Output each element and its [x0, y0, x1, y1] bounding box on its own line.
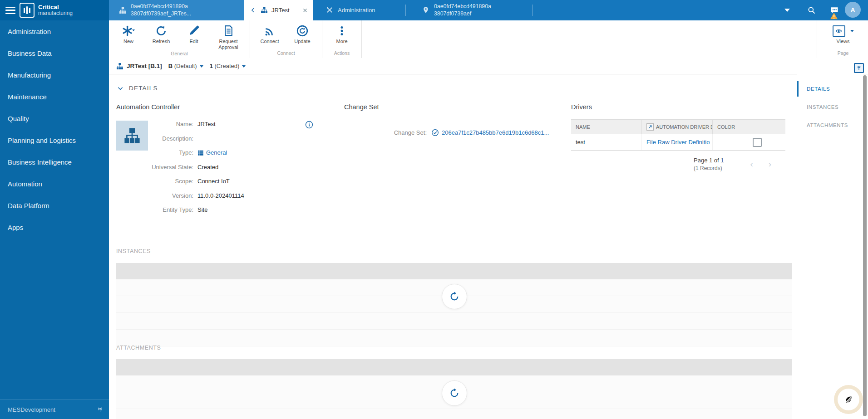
- update-icon: [296, 24, 309, 37]
- nav-item-label: INSTANCES: [807, 104, 838, 110]
- toolbar-group-actions: More Actions: [322, 20, 362, 58]
- nav-item-details[interactable]: DETAILS: [797, 80, 863, 98]
- back-chevron-icon[interactable]: [250, 7, 256, 13]
- column-header-color[interactable]: COLOR: [713, 120, 785, 134]
- wrench-icon: [326, 6, 334, 14]
- field-label: Name:: [148, 121, 193, 127]
- change-set-link[interactable]: 206ea7f1c27b485bb7e6d19b1c6d68c1...: [431, 129, 549, 136]
- sidebar-item-label: Manufacturing: [8, 71, 51, 79]
- cell-name: test: [571, 134, 642, 150]
- pencil-icon: [188, 24, 200, 37]
- attachments-skeleton-header: [116, 359, 792, 375]
- sidebar-item-apps[interactable]: Apps: [0, 216, 109, 238]
- group-label-connect: Connect: [250, 50, 322, 58]
- color-checkbox[interactable]: [753, 138, 762, 147]
- refresh-button[interactable]: Refresh: [146, 24, 176, 45]
- field-label: Universal State:: [148, 164, 193, 171]
- field-scope: Scope: Connect IoT: [148, 174, 311, 189]
- avatar[interactable]: A: [845, 2, 861, 18]
- sidebar-footer[interactable]: MESDevelopment: [0, 400, 109, 419]
- breadcrumb-version-selector[interactable]: 1 (Created): [210, 63, 246, 69]
- column-header-automation-driver[interactable]: AUTOMATION DRIVER DE: [642, 120, 713, 134]
- button-label: Update: [294, 39, 310, 44]
- panel-title: Drivers: [571, 103, 792, 115]
- field-description: Description:: [148, 132, 311, 146]
- automation-controller-fields: Name: JRTest Description: Type: General …: [148, 117, 311, 217]
- breadcrumb-revision-selector[interactable]: B (Default): [168, 63, 203, 69]
- sidebar-item-label: Business Data: [8, 49, 52, 57]
- sitemap-icon: [116, 63, 123, 70]
- previous-page-icon[interactable]: ‹: [750, 159, 753, 169]
- breadcrumb: JRTest [B.1] B (Default) 1 (Created): [109, 58, 868, 74]
- tab-administration[interactable]: Administration: [313, 0, 405, 20]
- sidebar: Administration Business Data Manufacturi…: [0, 20, 109, 419]
- version-number: 1: [210, 63, 213, 69]
- more-button[interactable]: More: [327, 24, 357, 45]
- spinner-icon: [449, 388, 459, 398]
- nav-item-attachments[interactable]: ATTACHMENTS: [797, 116, 863, 134]
- tab-context-guid[interactable]: 0ae0fd74ebcd491890a3807df0739aef: [406, 0, 532, 20]
- tab-entity-guid[interactable]: 0ae0fd74ebcd491890a3807df0739aef_JRTes..…: [109, 0, 244, 20]
- sidebar-item-business-intelligence[interactable]: Business Intelligence: [0, 151, 109, 173]
- link-arrow-icon: [646, 123, 654, 131]
- button-label: Request Approval: [213, 39, 243, 50]
- tab-label: Administration: [338, 7, 375, 14]
- update-button[interactable]: Update: [287, 24, 317, 45]
- sidebar-item-data-platform[interactable]: Data Platform: [0, 195, 109, 216]
- views-button[interactable]: Views: [828, 24, 858, 45]
- details-section-header[interactable]: DETAILS: [117, 85, 158, 92]
- cell-driver: File Raw Driver Definitio: [642, 134, 713, 150]
- brand-text: Critical manufacturing: [38, 4, 73, 16]
- sidebar-item-label: Quality: [8, 115, 29, 122]
- sidebar-item-planning-and-logistics[interactable]: Planning and Logistics: [0, 129, 109, 151]
- next-page-icon[interactable]: ›: [769, 159, 771, 169]
- critical-manufacturing-logo: [20, 3, 35, 18]
- nav-item-label: DETAILS: [807, 86, 830, 92]
- sidebar-item-automation[interactable]: Automation: [0, 173, 109, 195]
- search-icon[interactable]: [804, 0, 818, 20]
- hamburger-menu-icon[interactable]: [5, 7, 15, 14]
- check-circle-icon: [431, 129, 439, 136]
- type-link[interactable]: General: [197, 149, 227, 156]
- sidebar-item-label: Maintenance: [8, 93, 47, 101]
- collapse-panel-icon[interactable]: [854, 63, 864, 73]
- chevron-down-icon[interactable]: [782, 0, 793, 20]
- info-icon[interactable]: [305, 121, 313, 129]
- table-row[interactable]: test File Raw Driver Definitio: [571, 134, 785, 151]
- button-label: More: [336, 39, 347, 44]
- button-label: Edit: [190, 39, 198, 44]
- button-label: Connect: [261, 39, 279, 44]
- sidebar-item-label: Business Intelligence: [8, 158, 72, 166]
- tab-label: JRTest: [271, 7, 290, 14]
- button-label: Refresh: [153, 39, 170, 44]
- section-nav-panel: DETAILS INSTANCES ATTACHMENTS: [797, 74, 863, 419]
- field-label: Entity Type:: [148, 206, 193, 213]
- vertical-scrollbar[interactable]: [863, 75, 867, 416]
- new-button[interactable]: New: [113, 24, 143, 45]
- instances-skeleton-header: [116, 263, 792, 279]
- connect-button[interactable]: Connect: [255, 24, 285, 45]
- request-approval-button[interactable]: Request Approval: [212, 24, 245, 51]
- sidebar-item-administration[interactable]: Administration: [0, 20, 109, 42]
- tab-separator: [532, 5, 533, 16]
- chevron-down-icon: [242, 65, 246, 68]
- field-value: Connect IoT: [197, 178, 230, 185]
- chevron-down-icon: [117, 85, 123, 92]
- field-value: 11.0.0-202401114: [197, 192, 244, 199]
- field-universal-state: Universal State: Created: [148, 160, 311, 175]
- tab-jrtest-active[interactable]: JRTest: [244, 0, 313, 20]
- sidebar-item-manufacturing[interactable]: Manufacturing: [0, 64, 109, 86]
- nav-item-instances[interactable]: INSTANCES: [797, 98, 863, 116]
- application-window: Critical manufacturing 0ae0fd74ebcd49189…: [0, 0, 868, 419]
- driver-link[interactable]: File Raw Driver Definitio: [646, 139, 710, 146]
- instances-section-title: INSTANCES: [116, 248, 151, 254]
- sidebar-item-maintenance[interactable]: Maintenance: [0, 86, 109, 107]
- assistant-fab[interactable]: [838, 389, 859, 410]
- column-header-name[interactable]: NAME: [571, 120, 642, 134]
- sidebar-item-business-data[interactable]: Business Data: [0, 42, 109, 64]
- close-icon[interactable]: [302, 8, 308, 13]
- edit-button[interactable]: Edit: [179, 24, 209, 45]
- chevron-down-icon: [850, 30, 854, 32]
- sidebar-item-quality[interactable]: Quality: [0, 107, 109, 129]
- broadcast-tower-icon: [97, 406, 104, 413]
